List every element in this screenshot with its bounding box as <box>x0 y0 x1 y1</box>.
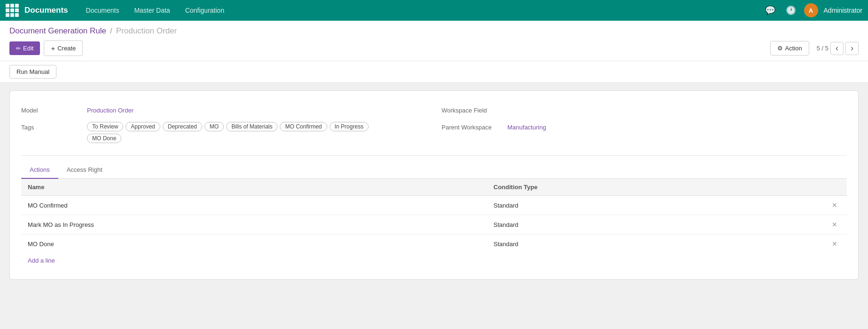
table-row: MO Confirmed Standard ✕ <box>21 196 847 215</box>
edit-button[interactable]: Edit <box>9 41 40 55</box>
model-row: Model Production Order <box>21 102 426 119</box>
chevron-right-icon <box>851 43 853 53</box>
cell-delete: ✕ <box>822 234 847 254</box>
cell-condition-type: Standard <box>487 196 822 215</box>
cell-name: MO Confirmed <box>21 196 487 215</box>
tags-label: Tags <box>21 122 87 131</box>
tag: MO Confirmed <box>280 122 327 131</box>
parent-workspace-row: Parent Workspace Manufacturing <box>442 119 847 136</box>
tag: In Progress <box>330 122 369 131</box>
actions-table: Name Condition Type MO Confirmed Standar… <box>21 179 847 253</box>
right-column: Workspace Field Parent Workspace Manufac… <box>442 102 847 146</box>
workspace-field-row: Workspace Field <box>442 102 847 119</box>
cell-condition-type: Standard <box>487 234 822 254</box>
tag: Deprecated <box>163 122 202 131</box>
cell-delete: ✕ <box>822 196 847 215</box>
table-row: Mark MO as In Progress Standard ✕ <box>21 215 847 234</box>
tags-container: To ReviewApprovedDeprecatedMOBills of Ma… <box>87 122 369 143</box>
tag: Approved <box>126 122 160 131</box>
pencil-icon <box>16 45 21 52</box>
cell-delete: ✕ <box>822 215 847 234</box>
prev-page-button[interactable] <box>830 42 844 55</box>
nav-item-configuration[interactable]: Configuration <box>179 4 231 17</box>
breadcrumb-parent[interactable]: Document Generation Rule <box>9 26 106 36</box>
workspace-field-label: Workspace Field <box>442 105 507 114</box>
model-label: Model <box>21 105 87 114</box>
tag: Bills of Materials <box>226 122 277 131</box>
run-manual-button[interactable]: Run Manual <box>9 65 56 79</box>
tab-actions[interactable]: Actions <box>21 161 58 179</box>
action-button[interactable]: Action <box>770 41 809 56</box>
gear-icon <box>777 45 783 52</box>
column-condition-type: Condition Type <box>487 179 822 196</box>
table-header-row: Name Condition Type <box>21 179 847 196</box>
secondary-toolbar: Run Manual <box>0 61 868 83</box>
breadcrumb-current: Production Order <box>116 26 177 36</box>
plus-icon <box>51 44 55 52</box>
chat-icon[interactable]: 💬 <box>763 3 778 18</box>
nav-item-documents[interactable]: Documents <box>79 4 126 17</box>
column-actions <box>822 179 847 196</box>
column-name: Name <box>21 179 487 196</box>
left-column: Model Production Order Tags To ReviewApp… <box>21 102 426 146</box>
delete-row-button[interactable]: ✕ <box>829 220 840 229</box>
cell-name: MO Done <box>21 234 487 254</box>
tag: MO Done <box>87 134 121 143</box>
next-page-button[interactable] <box>845 42 859 55</box>
form-card: Model Production Order Tags To ReviewApp… <box>9 90 859 280</box>
table-row: MO Done Standard ✕ <box>21 234 847 254</box>
breadcrumb: Document Generation Rule / Production Or… <box>0 21 868 36</box>
form-fields: Model Production Order Tags To ReviewApp… <box>21 102 847 146</box>
tabs: Actions Access Right <box>21 161 847 179</box>
app-grid-icon[interactable] <box>6 4 19 17</box>
app-title[interactable]: Documents <box>24 6 68 15</box>
nav-right-section: 💬 🕐 A Administrator <box>763 3 862 18</box>
top-navigation: Documents Documents Master Data Configur… <box>0 0 868 21</box>
tags-row: Tags To ReviewApprovedDeprecatedMOBills … <box>21 119 426 146</box>
tab-access-right[interactable]: Access Right <box>58 161 111 179</box>
add-line-link[interactable]: Add a line <box>21 253 62 268</box>
main-content: Model Production Order Tags To ReviewApp… <box>0 83 868 329</box>
tag: To Review <box>87 122 123 131</box>
pagination-info: 5 / 5 <box>817 45 829 52</box>
clock-icon[interactable]: 🕐 <box>783 3 798 18</box>
chevron-left-icon <box>836 43 838 53</box>
cell-condition-type: Standard <box>487 215 822 234</box>
model-value[interactable]: Production Order <box>87 105 134 114</box>
parent-workspace-value[interactable]: Manufacturing <box>507 122 546 131</box>
create-button[interactable]: Create <box>44 40 83 56</box>
parent-workspace-label: Parent Workspace <box>442 122 507 131</box>
avatar[interactable]: A <box>804 3 818 17</box>
nav-item-master-data[interactable]: Master Data <box>127 4 176 17</box>
nav-menu: Documents Master Data Configuration <box>79 4 759 17</box>
user-name[interactable]: Administrator <box>824 7 862 14</box>
cell-name: Mark MO as In Progress <box>21 215 487 234</box>
form-divider <box>21 155 847 156</box>
delete-row-button[interactable]: ✕ <box>829 239 840 249</box>
breadcrumb-separator: / <box>110 26 112 36</box>
tag: MO <box>205 122 224 131</box>
pagination: 5 / 5 <box>813 42 859 55</box>
toolbar: Edit Create Action 5 / 5 <box>0 36 868 61</box>
delete-row-button[interactable]: ✕ <box>829 201 840 210</box>
